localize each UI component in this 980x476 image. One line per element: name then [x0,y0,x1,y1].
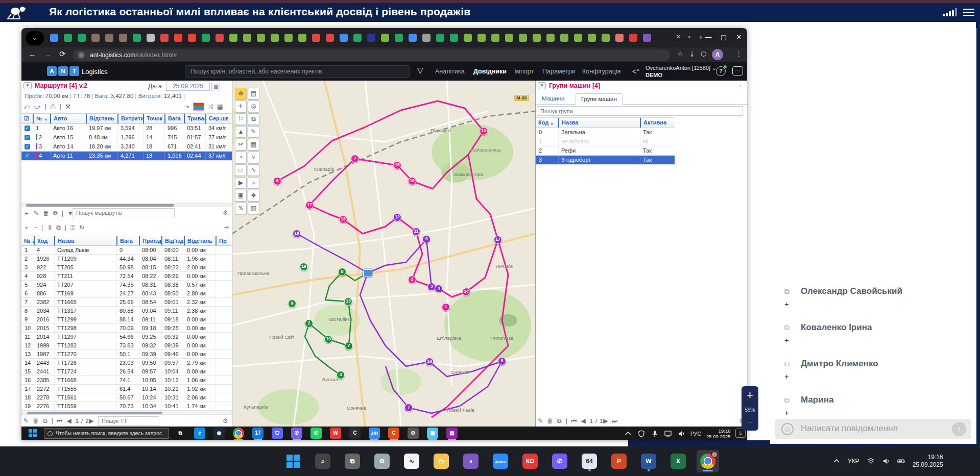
map-stop-marker[interactable]: 7 [345,342,353,350]
column-header[interactable]: Вага [164,114,184,123]
browser-tab[interactable] [243,34,251,42]
whatsapp-icon[interactable]: ✆ [310,428,322,439]
graph-app-icon[interactable]: ∿ [400,450,423,472]
point-row[interactable]: 121999ТТ128273.6309:3209:390.00 км [21,341,232,350]
map-tool-icon[interactable]: ▲ [235,126,247,138]
group-row[interactable]: 0ЗагальнаТак [536,128,675,137]
map-stop-marker[interactable]: 10 [324,335,332,343]
kebab-menu-icon[interactable]: ⋮ [735,50,742,58]
corel-icon[interactable]: C [388,428,399,439]
collapse-routes-icon[interactable]: ▼ [23,82,32,89]
bookmark-star-icon[interactable]: ☆ [677,50,683,58]
feed-icon[interactable]: ⟓ [738,82,742,89]
map-stop-marker[interactable]: 1 [442,303,450,311]
task-view-icon[interactable]: ⧉ [341,450,364,472]
column-header[interactable]: Відстань [184,236,216,245]
support-chat-icon[interactable]: ··· [732,66,743,76]
map-toolbar[interactable]: ⊕▤✛◎⚐⧉▲✎✂▦◔⑂▭∿▶⌕▣❖％▥ [235,88,261,214]
browser-tab[interactable] [133,34,141,42]
point-row[interactable]: 14Склад Львів008:0008:000.00 км [21,246,232,255]
map-canvas[interactable]: КлепарівПідзамчеКайзервальдЗамкова гораЛ… [232,81,535,427]
map-stop-marker[interactable]: 18 [425,358,434,366]
zoom-in-button[interactable]: + [742,386,758,406]
points-settings-gear-icon[interactable]: ⚙ [223,417,229,424]
row-checkbox[interactable]: ✓ [25,153,30,159]
browser-tab[interactable] [381,34,389,42]
map-stop-marker[interactable]: 9 [422,235,431,243]
map-stop-marker[interactable]: 7 [404,404,413,412]
map-tool-icon[interactable]: ▤ [248,88,259,99]
browser-tab[interactable] [477,34,486,42]
point-row[interactable]: 4928ТТ21172.5408:2208:290.00 км [21,272,232,281]
copy-name-icon[interactable]: ⧉ [784,396,790,405]
route-row[interactable]: ✓2Авто 158.48 км1,2961474501:5727 км/г [21,133,232,142]
excel-icon[interactable]: X [667,450,689,472]
browser-tab[interactable] [174,34,182,42]
browser-tab[interactable] [284,34,293,42]
browser-tab[interactable] [615,34,624,42]
expand-plus-button[interactable]: + [784,299,789,308]
send-message-button[interactable]: ↑ [952,422,966,436]
routes-settings-gear-icon[interactable]: ⚙ [223,209,229,216]
map-stop-marker[interactable]: 16 [408,177,416,185]
tab-search-chevron-icon[interactable]: ⌄ [26,31,44,45]
map-tool-icon[interactable]: ⚐ [235,113,247,125]
group-row[interactable]: 1не активнаНі [536,137,675,146]
row-checkbox-cell[interactable]: ✓ [21,152,33,160]
window-close-button[interactable]: ✕ [731,30,747,44]
browser-tab[interactable] [367,34,375,42]
browser-tab[interactable] [340,34,348,42]
window-maximize-button[interactable]: ▢ [716,30,731,44]
start-button[interactable] [29,429,37,437]
route-row[interactable]: ✓1Авто 1619.97 км3,5942899603:5134 км/г [21,124,232,133]
map-tool-icon[interactable]: ▶ [235,177,247,189]
browser-tab[interactable] [147,34,155,42]
column-header[interactable]: Пр [216,236,230,245]
nav-parameters[interactable]: Параметри [542,68,576,75]
column-header[interactable]: Код [34,236,54,245]
depot-marker[interactable] [363,269,372,277]
copy-name-icon[interactable]: ⧉ [784,323,790,332]
powerpoint-icon[interactable]: P [608,450,630,472]
download-icon[interactable]: ⭳ [689,50,696,58]
point-row[interactable]: 152441ТТ172426.5409:5710:040.00 км [21,367,232,376]
map-tool-icon[interactable]: ∿ [248,164,259,176]
nav-directories[interactable]: Довідники [473,68,507,75]
map-stop-marker[interactable]: 17 [494,236,502,244]
calculator-icon[interactable]: ▦ [427,428,438,439]
browser-tab[interactable] [533,34,541,42]
browser-tab[interactable] [395,34,403,42]
map-tool-icon[interactable]: ◎ [248,101,259,112]
steam-icon[interactable]: ◉ [213,428,225,439]
point-row[interactable]: 72382ТТ166525.6608:5409:012.32 км [21,298,232,307]
map-stop-marker[interactable]: 13 [344,297,352,306]
emoji-icon[interactable]: ☺ [781,423,794,435]
profile-avatar[interactable]: A [712,49,723,60]
column-header[interactable]: Приїзд [139,236,161,245]
wifi-icon[interactable] [867,457,875,465]
tab-machines[interactable]: Машини [537,93,570,105]
browser-tab[interactable] [436,34,444,42]
browser-tab[interactable] [119,34,127,42]
message-bar[interactable]: ☺ Написати повідомлення ↑ [775,419,971,439]
column-header[interactable]: Назва [558,118,640,128]
browser-tab[interactable] [78,34,86,42]
point-row[interactable]: 102015ТТ129870.0909:1809:250.00 км [21,324,232,333]
map-tool-icon[interactable]: ▭ [235,164,247,176]
map-stop-marker[interactable]: 17 [305,201,314,209]
taskbar-clock[interactable]: 19:1625.09.2025 [913,454,943,469]
points-expand-icon[interactable]: ⇥ [224,223,229,231]
user-block[interactable]: OvcharenkoAnton [11580] ⌄ DEMO [646,64,716,79]
column-header[interactable]: Вага [116,236,139,245]
search-icon[interactable]: ⌕ [312,450,334,472]
map-tool-icon[interactable]: ▥ [248,203,259,214]
extensions-puzzle-icon[interactable]: ⬡ [701,50,706,58]
map-tool-icon[interactable]: ％ [235,203,247,214]
column-header[interactable]: Код▲ [536,118,558,128]
route-row[interactable]: ✓3Авто 1418.20 км3,2401867102:4131 км/г [21,142,232,152]
routes-toolbar-right[interactable]: ⇥▤⤨▦ [184,103,227,110]
expand-plus-button[interactable]: + [784,372,789,381]
tt-search-input[interactable] [98,416,159,425]
map-stop-marker[interactable]: 12 [393,213,401,221]
point-row[interactable]: 112014ТТ129754.6609:2509:320.00 км [21,333,232,341]
